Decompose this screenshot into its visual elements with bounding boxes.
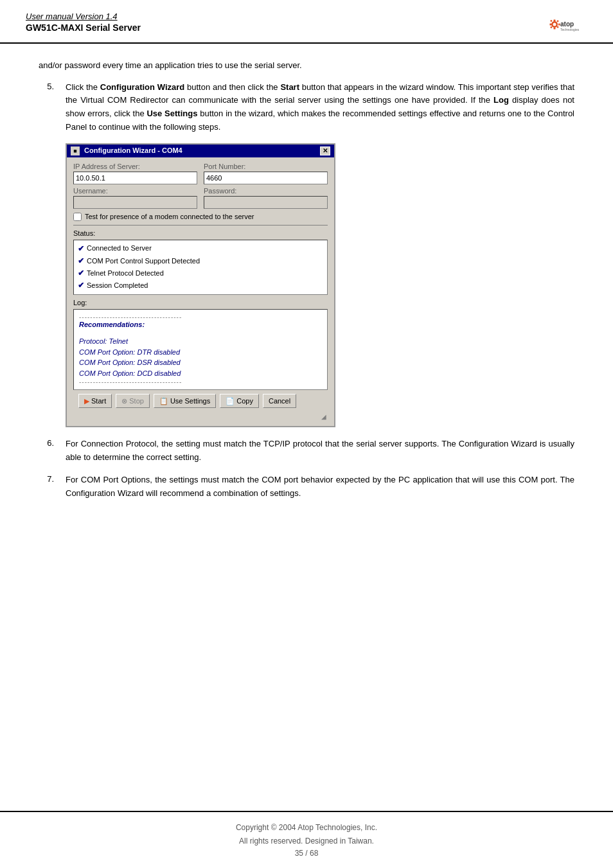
bold-use-settings: Use Settings [147,109,197,118]
port-input[interactable] [204,172,328,184]
page-number: 35 / 68 [0,849,613,858]
svg-rect-2 [554,20,556,22]
status-item-3: ✔ Telnet Protocol Detected [78,267,323,279]
password-label: Password: [204,187,328,195]
port-label: Port Number: [204,163,328,170]
status-item-1: ✔ Connected to Server [78,243,323,255]
use-settings-icon: 📋 [159,397,168,405]
stop-label: Stop [129,397,144,405]
item-number-7: 7. [39,474,54,500]
check-icon-3: ✔ [78,267,84,279]
status-text-3: Telnet Protocol Detected [87,268,164,279]
username-field-group: Username: [73,187,197,209]
log-section-label: Log: [73,299,328,306]
bold-config-wizard: Configuration Wizard [100,82,184,92]
dialog-title-text: Configuration Wizard - COM4 [84,146,182,154]
status-box: ✔ Connected to Server ✔ COM Port Control… [73,240,328,296]
svg-text:Technologies: Technologies [560,28,580,31]
log-divider-bottom: ------------------------------------- [79,378,322,385]
rights-text: All rights reserved. Designed in Taiwan. [0,835,613,849]
dialog-footer: ▶ Start ⊗ Stop 📋 Use Settings 📄 Copy [73,390,328,413]
dialog-close-button[interactable]: ✕ [320,146,330,155]
use-settings-button[interactable]: 📋 Use Settings [154,394,216,408]
status-text-4: Session Completed [87,280,148,292]
resize-handle: ◢ [73,413,328,421]
modem-checkbox-label: Test for presence of a modem connected t… [85,213,254,220]
copyright-text: Copyright © 2004 Atop Technologies, Inc. [0,821,613,835]
product-name: GW51C-MAXI Serial Server [26,22,141,33]
page-header: User manual Version 1.4 GW51C-MAXI Seria… [0,0,613,44]
port-field-group: Port Number: [204,163,328,184]
svg-text:atop: atop [560,21,574,28]
copy-icon: 📄 [226,397,235,405]
start-button[interactable]: ▶ Start [78,394,112,408]
ip-port-row: IP Address of Server: Port Number: [73,163,328,184]
username-input[interactable] [73,196,197,209]
svg-point-1 [553,23,556,26]
modem-checkbox-row: Test for presence of a modem connected t… [73,213,328,221]
bold-start: Start [280,82,299,92]
dialog-body: IP Address of Server: Port Number: Usern… [67,157,334,427]
bold-log: Log [493,95,509,105]
ip-input[interactable] [73,172,197,184]
page-footer: Copyright © 2004 Atop Technologies, Inc.… [0,811,613,868]
use-settings-label: Use Settings [170,397,210,405]
divider-1 [73,225,328,226]
check-icon-4: ✔ [78,279,84,292]
check-icon-1: ✔ [78,243,84,255]
copy-label: Copy [236,397,253,405]
copy-button[interactable]: 📄 Copy [220,394,259,408]
log-item-4: COM Port Option: DCD disabled [79,368,322,379]
list-item-5: 5. Click the Configuration Wizard button… [39,81,574,134]
cancel-button[interactable]: Cancel [263,394,296,408]
status-section-label: Status: [73,229,328,237]
svg-rect-3 [554,28,556,30]
list-item-7: 7. For COM Port Options, the settings mu… [39,474,574,500]
modem-checkbox[interactable] [73,213,82,221]
status-text-1: Connected to Server [87,243,152,254]
svg-rect-4 [550,24,552,26]
intro-paragraph: and/or password every time an applicatio… [39,59,574,72]
header-left: User manual Version 1.4 GW51C-MAXI Seria… [26,12,141,33]
main-content: and/or password every time an applicatio… [0,44,613,522]
item-7-text: For COM Port Options, the settings must … [66,474,574,500]
password-input[interactable] [204,196,328,209]
config-wizard-dialog[interactable]: ■ Configuration Wizard - COM4 ✕ IP Addre… [66,143,335,428]
svg-rect-6 [550,20,553,22]
log-item-2: COM Port Option: DTR disabled [79,347,322,358]
dialog-title-area: ■ Configuration Wizard - COM4 [71,146,182,155]
item-number-5: 5. [39,81,54,134]
ip-label: IP Address of Server: [73,163,197,170]
log-item-1: Protocol: Telnet [79,336,322,347]
cancel-label: Cancel [269,397,290,405]
start-label: Start [91,397,106,405]
stop-icon: ⊗ [121,397,127,405]
user-pass-row: Username: Password: [73,187,328,209]
list-item-6: 6. For Connection Protocol, the setting … [39,438,574,465]
log-box: ------------------------------------- Re… [73,309,328,390]
item-5-text: Click the Configuration Wizard button an… [66,81,574,134]
log-divider-top: ------------------------------------- [79,314,322,321]
dialog-wrapper: ■ Configuration Wizard - COM4 ✕ IP Addre… [66,143,574,428]
dialog-title-icon: ■ [71,146,80,155]
manual-version-link[interactable]: User manual Version 1.4 [26,12,141,21]
ip-field-group: IP Address of Server: [73,163,197,184]
item-number-6: 6. [39,438,54,465]
logo-area: atop Technologies [549,12,587,37]
log-recommendation: Recommendations: [79,321,322,328]
password-field-group: Password: [204,187,328,209]
status-item-4: ✔ Session Completed [78,279,323,292]
atop-logo-icon: atop Technologies [549,12,587,37]
svg-rect-7 [556,20,559,22]
log-item-3: COM Port Option: DSR disabled [79,357,322,368]
status-item-2: ✔ COM Port Control Support Detected [78,255,323,267]
username-label: Username: [73,187,197,195]
start-icon: ▶ [84,397,89,405]
status-text-2: COM Port Control Support Detected [87,256,200,267]
item-6-text: For Connection Protocol, the setting mus… [66,438,574,465]
stop-button[interactable]: ⊗ Stop [116,394,150,408]
check-icon-2: ✔ [78,255,84,267]
svg-rect-8 [550,26,553,29]
svg-rect-5 [558,24,560,26]
dialog-titlebar: ■ Configuration Wizard - COM4 ✕ [67,145,334,157]
